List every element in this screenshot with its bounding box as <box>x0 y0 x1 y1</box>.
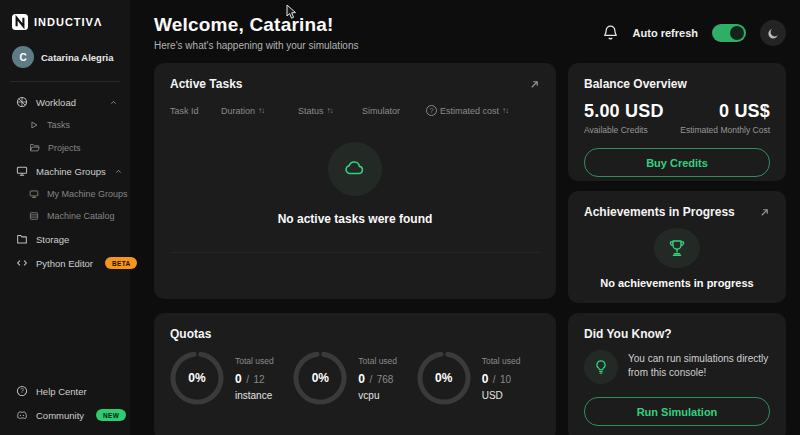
run-simulation-button[interactable]: Run Simulation <box>584 397 770 426</box>
quota-fraction: 0 / 768 <box>358 369 397 387</box>
quota-vcpu: 0% Total used 0 / 768 vcpu <box>293 351 416 405</box>
folder-icon <box>16 233 28 245</box>
tasks-table-header: Task Id Duration↑↓ Status↑↓ Simulator ?E… <box>170 105 540 116</box>
monthly-cost-label: Estimated Monthly Cost <box>680 125 770 135</box>
total-used-label: Total used <box>235 356 274 366</box>
available-credits-label: Available Credits <box>584 125 664 135</box>
tip-circle <box>584 350 618 384</box>
header-controls: Auto refresh <box>602 20 786 46</box>
sidebar-item-community[interactable]: Community NEW <box>0 403 130 427</box>
main-content: Welcome, Catarina! Here's what's happeni… <box>130 0 800 435</box>
avatar: C <box>12 46 34 68</box>
cloud-icon <box>342 156 368 182</box>
sidebar-item-machine-catalog[interactable]: Machine Catalog <box>0 205 130 227</box>
quota-fraction: 0 / 12 <box>235 369 274 387</box>
total-used-label: Total used <box>482 356 521 366</box>
active-tasks-card: Active Tasks Task Id Duration↑↓ Status↑↓… <box>154 63 556 299</box>
quota-donut: 0% <box>293 351 347 405</box>
sidebar-item-help-center[interactable]: ? Help Center <box>0 379 130 403</box>
column-status[interactable]: Status↑↓ <box>298 106 362 116</box>
app-window: INDUCTIVΛ C Catarina Alegria Workload Ta… <box>0 0 800 435</box>
quota-unit: instance <box>235 390 274 401</box>
discord-icon <box>16 409 28 421</box>
sidebar-nav: Workload Tasks Projects Machine Groups M… <box>0 90 130 275</box>
sidebar-item-projects[interactable]: Projects <box>0 136 130 159</box>
sidebar-divider <box>10 81 120 82</box>
achievements-title: Achievements in Progress <box>584 205 735 219</box>
sidebar-item-workload[interactable]: Workload <box>0 90 130 114</box>
column-estimated-cost[interactable]: ?Estimated cost↑↓ <box>426 105 540 116</box>
sidebar-item-label: Community <box>36 410 84 421</box>
external-arrow-icon <box>759 207 770 218</box>
brand-logo[interactable]: INDUCTIVΛ <box>0 10 130 34</box>
lightbulb-icon <box>593 359 609 375</box>
sidebar-item-machine-groups[interactable]: Machine Groups <box>0 159 130 183</box>
catalog-list-icon <box>29 211 39 221</box>
sidebar: INDUCTIVΛ C Catarina Alegria Workload Ta… <box>0 0 130 435</box>
quota-unit: vcpu <box>358 390 397 401</box>
sidebar-footer: ? Help Center Community NEW <box>0 379 130 427</box>
folder-open-icon <box>29 142 40 153</box>
sidebar-item-python-editor[interactable]: Python Editor BETA <box>0 251 130 275</box>
column-task-id[interactable]: Task Id <box>170 106 221 116</box>
dark-mode-button[interactable] <box>760 20 786 46</box>
sidebar-item-tasks[interactable]: Tasks <box>0 114 130 136</box>
quota-fraction: 0 / 10 <box>482 369 521 387</box>
external-arrow-icon <box>529 79 540 90</box>
user-menu[interactable]: C Catarina Alegria <box>0 46 130 68</box>
play-icon <box>29 120 39 130</box>
svg-text:?: ? <box>20 387 24 394</box>
new-badge: NEW <box>96 409 126 421</box>
sidebar-item-label: Machine Groups <box>36 166 106 177</box>
sort-icon: ↑↓ <box>327 106 333 115</box>
sidebar-item-label: Help Center <box>36 386 87 397</box>
quota-row: 0% Total used 0 / 12 instance 0% <box>170 351 540 405</box>
sidebar-item-label: Machine Catalog <box>47 211 115 221</box>
monitor-icon <box>16 165 28 177</box>
sidebar-item-label: Projects <box>48 143 81 153</box>
bell-icon[interactable] <box>602 24 619 42</box>
balance-title: Balance Overview <box>584 77 687 91</box>
sidebar-item-label: My Machine Groups <box>47 189 128 199</box>
quota-percent: 0% <box>293 351 347 405</box>
moon-icon <box>767 27 780 40</box>
brand-name: INDUCTIVΛ <box>34 16 102 28</box>
available-credits-value: 5.00 USD <box>584 101 664 122</box>
quotas-title: Quotas <box>170 327 211 341</box>
user-name: Catarina Alegria <box>41 52 114 63</box>
quotas-card: Quotas 0% Total used 0 / 12 instance <box>154 313 556 435</box>
page-title: Welcome, Catarina! <box>154 14 358 36</box>
chevron-up-icon <box>109 98 118 107</box>
achievements-empty-message: No achievements in progress <box>584 277 770 289</box>
column-duration[interactable]: Duration↑↓ <box>221 106 298 116</box>
right-column: Balance Overview 5.00 USD Available Cred… <box>568 63 786 435</box>
column-simulator[interactable]: Simulator <box>362 106 426 116</box>
total-used-label: Total used <box>358 356 397 366</box>
achievements-card: Achievements in Progress No achievements… <box>568 191 786 303</box>
sidebar-item-label: Python Editor <box>36 258 93 269</box>
buy-credits-button[interactable]: Buy Credits <box>584 148 770 177</box>
quota-percent: 0% <box>170 351 224 405</box>
did-you-know-title: Did You Know? <box>584 327 672 341</box>
sort-icon: ↑↓ <box>258 106 264 115</box>
monitor-icon <box>29 189 39 199</box>
quota-donut: 0% <box>170 351 224 405</box>
achievements-open-link[interactable] <box>759 207 770 218</box>
tasks-empty-state: No active tasks were found <box>170 116 540 252</box>
inductiva-logo-icon <box>12 14 28 30</box>
toggle-knob <box>730 26 744 40</box>
help-icon: ? <box>426 105 437 116</box>
sidebar-item-storage[interactable]: Storage <box>0 227 130 251</box>
dashboard-grid: Active Tasks Task Id Duration↑↓ Status↑↓… <box>154 63 786 435</box>
monthly-cost-value: 0 US$ <box>680 101 770 122</box>
quota-donut: 0% <box>417 351 471 405</box>
sidebar-item-my-machine-groups[interactable]: My Machine Groups <box>0 183 130 205</box>
auto-refresh-toggle[interactable] <box>712 24 746 42</box>
tasks-empty-message: No active tasks were found <box>278 212 433 226</box>
tip-text: You can run simulations directly from th… <box>628 350 770 380</box>
code-icon <box>16 257 28 269</box>
active-tasks-open-link[interactable] <box>529 79 540 90</box>
balance-card: Balance Overview 5.00 USD Available Cred… <box>568 63 786 181</box>
active-tasks-title: Active Tasks <box>170 77 243 91</box>
page-subtitle: Here's what's happening with your simula… <box>154 40 358 51</box>
